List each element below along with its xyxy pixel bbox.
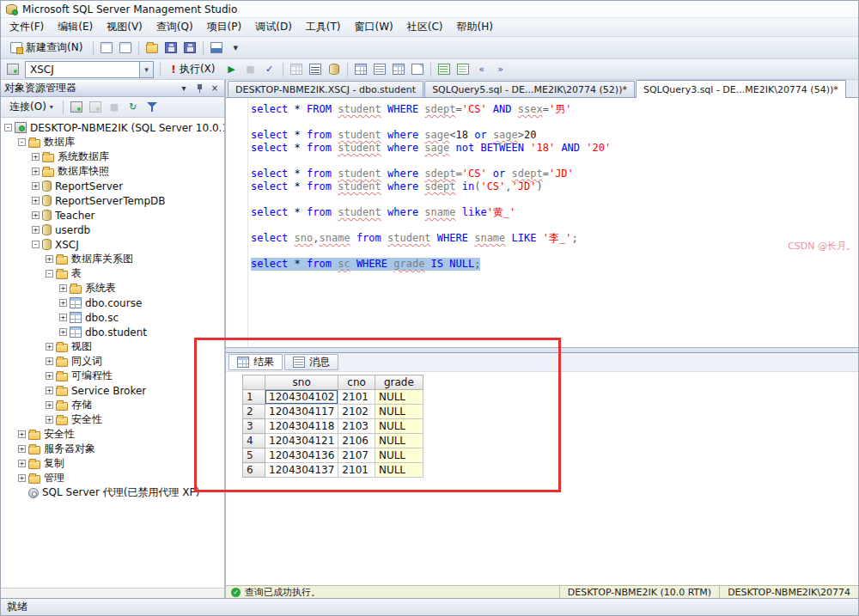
sql-editor[interactable]: select * FROM student WHERE sdept='CS' A…	[226, 98, 858, 347]
grid-cell[interactable]: 2106	[338, 434, 375, 448]
menu-item[interactable]: 窗口(W)	[348, 17, 400, 37]
debug-icon[interactable]: ▶	[223, 61, 241, 77]
tree-expander[interactable]: +	[46, 372, 53, 380]
menu-item[interactable]: 查询(Q)	[149, 17, 200, 37]
uncomment-icon[interactable]	[454, 61, 472, 77]
database-engine-query-icon[interactable]	[98, 40, 115, 56]
editor-line[interactable]: select * from student where sdept in('CS…	[251, 180, 611, 193]
tree-node[interactable]: +数据库快照	[1, 164, 224, 179]
results-to-text-icon[interactable]	[371, 61, 388, 77]
results-to-file-icon[interactable]	[409, 61, 426, 77]
grid-cell[interactable]: NULL	[375, 434, 423, 448]
results-tab[interactable]: 结果	[228, 354, 283, 370]
grid-cell[interactable]: 1204304117	[265, 405, 338, 419]
grid-row-number[interactable]: 1	[243, 390, 265, 405]
document-tab[interactable]: SQLQuery5.sql - DE...ME2IK\20774 (52))*	[424, 81, 635, 97]
pin-icon[interactable]	[193, 82, 205, 95]
tree-node[interactable]: +同义词	[1, 354, 224, 369]
tree-expander[interactable]: +	[46, 255, 53, 263]
editor-line[interactable]	[251, 245, 611, 258]
tree-expander[interactable]: +	[32, 226, 40, 234]
tree-node[interactable]: +userdb	[1, 223, 224, 237]
grid-column-header[interactable]: sno	[265, 375, 338, 390]
tree-expander[interactable]: +	[18, 460, 26, 467]
tree-node[interactable]: +Teacher	[1, 208, 224, 223]
grid-column-header[interactable]: cno	[338, 375, 375, 390]
filter-icon[interactable]	[143, 99, 161, 115]
tree-expander[interactable]: +	[18, 445, 26, 453]
tree-expander[interactable]: +	[59, 284, 67, 292]
tree-node[interactable]: +系统数据库	[1, 149, 224, 164]
menu-item[interactable]: 工具(T)	[299, 17, 348, 37]
tree-node[interactable]: -XSCJ	[1, 237, 224, 252]
editor-line[interactable]: select * from sc WHERE grade IS NULL;	[251, 258, 611, 271]
intellisense-enabled-icon[interactable]	[326, 61, 343, 77]
decrease-indent-icon[interactable]: «	[473, 61, 490, 77]
results-grid[interactable]: snocnograde112043041022101NULL2120430411…	[242, 375, 423, 478]
tree-expander[interactable]: +	[59, 314, 67, 321]
menu-item[interactable]: 项目(P)	[200, 17, 249, 37]
editor-line[interactable]	[251, 219, 611, 232]
tree-expander[interactable]: +	[32, 153, 40, 161]
grid-cell[interactable]: 2103	[338, 419, 375, 434]
tree-node[interactable]: +数据库关系图	[1, 252, 224, 266]
editor-line[interactable]: select sno,sname from student WHERE snam…	[251, 232, 611, 245]
chevron-down-icon[interactable]: ▾	[178, 82, 190, 95]
new-query-button[interactable]: 新建查询(N)	[4, 39, 88, 57]
tree-node[interactable]: +安全性	[1, 412, 224, 427]
grid-row-number[interactable]: 5	[243, 448, 265, 463]
tree-expander[interactable]: +	[46, 357, 53, 365]
increase-indent-icon[interactable]: »	[492, 61, 509, 77]
chevron-down-icon[interactable]: ▾	[139, 62, 153, 77]
grid-cell[interactable]: NULL	[375, 463, 423, 478]
menu-item[interactable]: 调试(D)	[248, 17, 299, 37]
grid-cell[interactable]: 2107	[338, 448, 375, 463]
tree-expander[interactable]: +	[18, 430, 26, 438]
editor-line[interactable]	[251, 155, 611, 168]
grid-row-number[interactable]: 4	[243, 434, 265, 448]
grid-cell[interactable]: 1204304137	[265, 463, 338, 478]
tree-expander[interactable]: +	[46, 387, 53, 394]
tree-node[interactable]: -数据库	[1, 135, 224, 149]
analysis-services-query-icon[interactable]	[117, 40, 134, 56]
grid-cell[interactable]: NULL	[375, 390, 423, 405]
grid-row-number[interactable]: 3	[243, 419, 265, 434]
refresh-icon[interactable]: ↻	[125, 99, 142, 115]
results-to-grid-icon[interactable]	[390, 61, 407, 77]
save-icon[interactable]	[162, 40, 180, 56]
tree-expander[interactable]: -	[18, 138, 26, 146]
tree-node[interactable]: +Service Broker	[1, 383, 224, 398]
document-tab[interactable]: SQLQuery3.sql - DE...ME2IK\20774 (54))*	[636, 80, 846, 98]
grid-cell[interactable]: 1204304121	[265, 434, 338, 448]
tree-expander[interactable]: +	[46, 416, 53, 424]
grid-column-header[interactable]: grade	[375, 375, 423, 390]
tree-expander[interactable]: +	[32, 197, 40, 204]
tree-node[interactable]: +可编程性	[1, 369, 224, 383]
tree-node[interactable]: +视图	[1, 339, 224, 354]
editor-line[interactable]: select * from student where sage<18 or s…	[251, 129, 611, 142]
include-actual-plan-icon[interactable]	[352, 61, 369, 77]
tree-expander[interactable]: +	[32, 168, 40, 175]
tree-node[interactable]: +dbo.sc	[1, 310, 224, 325]
tree-node[interactable]: +存储	[1, 398, 224, 412]
tree-node[interactable]: +ReportServerTempDB	[1, 193, 224, 208]
menu-item[interactable]: 编辑(E)	[51, 17, 100, 37]
editor-line[interactable]: select * from student where sage not BET…	[251, 142, 611, 155]
tree-expander[interactable]: +	[18, 474, 26, 482]
connect-button[interactable]: 连接(O) ▾	[4, 98, 58, 116]
editor-line[interactable]: select * FROM student WHERE sdept='CS' A…	[251, 103, 611, 116]
tree-node[interactable]: +服务器对象	[1, 442, 224, 456]
open-file-icon[interactable]	[143, 40, 161, 56]
grid-cell[interactable]: NULL	[375, 419, 423, 434]
tree-expander[interactable]: +	[59, 328, 67, 336]
tree-node[interactable]: +安全性	[1, 427, 224, 442]
parse-icon[interactable]: ✓	[261, 61, 278, 77]
tree-expander[interactable]: +	[32, 211, 40, 219]
tree-node[interactable]: SQL Server 代理(已禁用代理 XP)	[1, 485, 224, 500]
query-options-icon[interactable]	[307, 61, 324, 77]
comment-icon[interactable]	[436, 61, 453, 77]
document-tab[interactable]: DESKTOP-NBME2IK.XSCJ - dbo.student	[228, 81, 423, 97]
menu-item[interactable]: 视图(V)	[100, 17, 149, 37]
grid-cell[interactable]: NULL	[375, 405, 423, 419]
editor-line[interactable]	[251, 116, 611, 129]
